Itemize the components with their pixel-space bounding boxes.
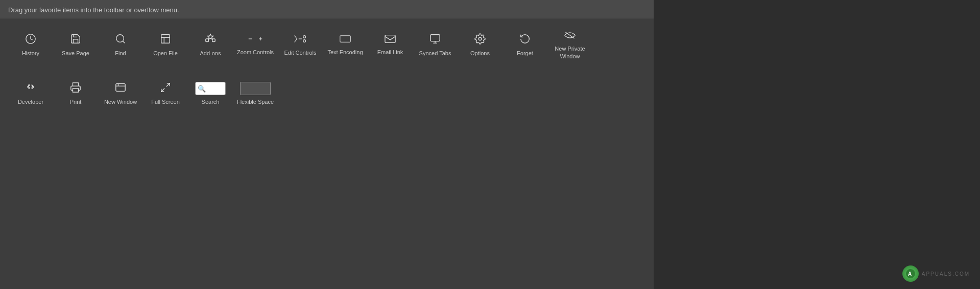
new-private-window-icon bbox=[564, 31, 576, 42]
item-edit-controls-label: Edit Controls bbox=[284, 49, 317, 56]
svg-point-12 bbox=[303, 40, 306, 42]
drag-hint-bar: Drag your favorite items into the toolba… bbox=[0, 0, 654, 18]
watermark-logo: A bbox=[902, 265, 919, 282]
item-add-ons-label: Add-ons bbox=[200, 50, 221, 57]
svg-line-24 bbox=[166, 83, 170, 86]
item-new-private-window-label: New Private Window bbox=[555, 45, 585, 60]
item-text-encoding-label: Text Encoding bbox=[327, 49, 363, 56]
svg-rect-13 bbox=[340, 36, 350, 42]
save-page-icon bbox=[70, 33, 81, 47]
forget-icon bbox=[519, 33, 531, 47]
svg-point-11 bbox=[303, 36, 306, 38]
open-file-icon bbox=[160, 33, 171, 47]
item-forget-label: Forget bbox=[517, 50, 533, 57]
toolbar-row-2: Developer Print bbox=[0, 72, 654, 116]
item-flexible-space[interactable]: Flexible Space bbox=[233, 72, 278, 116]
item-flexible-space-label: Flexible Space bbox=[237, 98, 274, 105]
item-edit-controls[interactable]: Edit Controls bbox=[278, 24, 323, 67]
item-zoom-controls-label: Zoom Controls bbox=[237, 49, 274, 56]
item-save-page[interactable]: Save Page bbox=[53, 24, 98, 67]
customize-area: Drag your favorite items into the toolba… bbox=[0, 0, 654, 289]
item-email-link-label: Email Link bbox=[377, 49, 403, 56]
synced-tabs-icon bbox=[429, 33, 441, 47]
watermark: A APPUALS.COM bbox=[902, 265, 970, 282]
search-preview-box: 🔍 bbox=[195, 82, 226, 95]
svg-rect-15 bbox=[431, 35, 440, 41]
item-find[interactable]: Find bbox=[98, 24, 143, 67]
item-search[interactable]: 🔍 Search bbox=[188, 72, 233, 116]
item-save-page-label: Save Page bbox=[62, 50, 89, 57]
item-new-window-label: New Window bbox=[104, 98, 137, 105]
svg-rect-20 bbox=[73, 88, 79, 92]
history-icon bbox=[25, 33, 36, 47]
item-options[interactable]: Options bbox=[458, 24, 503, 67]
item-forget[interactable]: Forget bbox=[503, 24, 547, 67]
toolbar-row-1: History Save Page bbox=[0, 18, 654, 72]
svg-line-2 bbox=[123, 41, 125, 43]
item-print[interactable]: Print bbox=[53, 72, 98, 116]
text-encoding-icon bbox=[340, 34, 351, 46]
item-new-private-window[interactable]: New Private Window bbox=[547, 24, 592, 67]
item-search-label: Search bbox=[202, 98, 220, 105]
flex-space-preview bbox=[240, 82, 271, 95]
email-link-icon bbox=[385, 34, 396, 46]
options-icon bbox=[474, 33, 486, 47]
item-synced-tabs-label: Synced Tabs bbox=[419, 50, 451, 57]
print-icon bbox=[70, 82, 81, 95]
edit-controls-icon bbox=[294, 34, 307, 46]
item-print-label: Print bbox=[70, 98, 82, 105]
svg-text:A: A bbox=[908, 271, 912, 277]
svg-rect-14 bbox=[385, 35, 395, 43]
svg-point-18 bbox=[479, 38, 482, 41]
item-zoom-controls[interactable]: Zoom Controls bbox=[233, 24, 278, 67]
item-full-screen-label: Full Screen bbox=[151, 98, 180, 105]
svg-rect-6 bbox=[206, 39, 209, 42]
item-add-ons[interactable]: Add-ons bbox=[188, 24, 233, 67]
find-icon bbox=[115, 33, 126, 47]
svg-line-25 bbox=[161, 88, 164, 92]
item-email-link[interactable]: Email Link bbox=[368, 24, 413, 67]
item-synced-tabs[interactable]: Synced Tabs bbox=[413, 24, 458, 67]
item-full-screen[interactable]: Full Screen bbox=[143, 72, 188, 116]
new-window-icon bbox=[115, 82, 126, 95]
svg-point-1 bbox=[116, 35, 124, 42]
watermark-text: APPUALS.COM bbox=[922, 271, 970, 277]
item-new-window[interactable]: New Window bbox=[98, 72, 143, 116]
developer-icon bbox=[25, 82, 36, 95]
svg-rect-21 bbox=[116, 84, 125, 92]
full-screen-icon bbox=[160, 82, 171, 95]
svg-rect-7 bbox=[212, 39, 216, 42]
drag-hint-text: Drag your favorite items into the toolba… bbox=[8, 6, 179, 14]
add-ons-icon bbox=[205, 33, 216, 47]
search-icon-inner: 🔍 bbox=[198, 85, 206, 93]
item-open-file-label: Open File bbox=[153, 50, 178, 57]
item-text-encoding[interactable]: Text Encoding bbox=[323, 24, 368, 67]
right-empty-area: A APPUALS.COM bbox=[654, 0, 980, 289]
item-developer[interactable]: Developer bbox=[8, 72, 53, 116]
item-history[interactable]: History bbox=[8, 24, 53, 67]
svg-rect-3 bbox=[161, 35, 170, 43]
item-options-label: Options bbox=[470, 50, 490, 57]
item-open-file[interactable]: Open File bbox=[143, 24, 188, 67]
item-history-label: History bbox=[22, 50, 39, 57]
zoom-controls-icon bbox=[248, 34, 262, 46]
item-developer-label: Developer bbox=[18, 98, 43, 105]
item-find-label: Find bbox=[115, 50, 126, 57]
